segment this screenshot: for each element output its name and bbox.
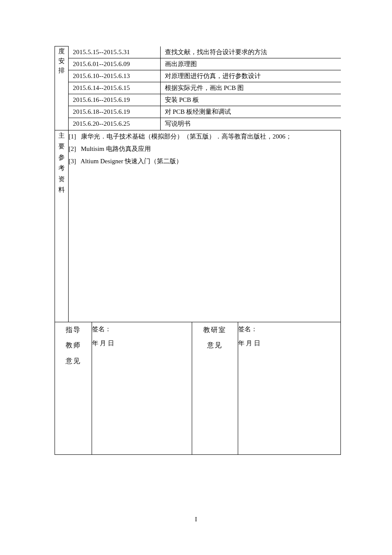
page-number: I bbox=[0, 516, 392, 523]
schedule-task: 安装 PCB 板 bbox=[160, 94, 341, 106]
schedule-date: 2015.6.01--2015.6.09 bbox=[69, 58, 160, 70]
references-side-label-text: 主要参考资料 bbox=[55, 130, 68, 196]
advisor-date-label: 年 月 日 bbox=[92, 336, 192, 350]
advisor-signature-label: 签名： bbox=[92, 322, 192, 336]
table-row: 2015.6.20--2015.6.25写说明书 bbox=[69, 118, 341, 130]
references-body: [1] 康华光．电子技术基础（模拟部分）（第五版）．高等教育出版社，2006；[… bbox=[69, 130, 340, 168]
schedule-date: 2015.5.15--2015.5.31 bbox=[69, 46, 160, 58]
schedule-date: 2015.6.14--2015.6.15 bbox=[69, 82, 160, 94]
table-row: 2015.6.14--2015.6.15根据实际元件，画出 PCB 图 bbox=[69, 82, 341, 94]
schedule-task: 画出原理图 bbox=[160, 58, 341, 70]
table-row: 2015.6.10--2015.6.13对原理图进行仿真，进行参数设计 bbox=[69, 70, 341, 82]
advisor-signature-cell: 签名： 年 月 日 bbox=[92, 322, 192, 454]
schedule-side-label-text: 度安排 bbox=[55, 46, 68, 75]
schedule-date: 2015.6.10--2015.6.13 bbox=[69, 70, 160, 82]
table-row: 2015.6.01--2015.6.09画出原理图 bbox=[69, 58, 341, 70]
dept-signature-cell: 签名： 年 月 日 bbox=[238, 322, 340, 454]
references-side-label: 主要参考资料 bbox=[55, 130, 69, 322]
reference-entry: [2] Multisim 电路仿真及应用 bbox=[69, 143, 340, 155]
advisor-label-line1: 指导 bbox=[55, 322, 92, 338]
advisor-label-line2: 教师 bbox=[55, 338, 92, 353]
schedule-task: 根据实际元件，画出 PCB 图 bbox=[160, 82, 341, 94]
schedule-table: 2015.5.15--2015.5.31查找文献，找出符合设计要求的方法2015… bbox=[69, 46, 341, 130]
dept-label-line2: 意见 bbox=[192, 338, 238, 353]
advisor-opinion-label: 指导 教师 意见 bbox=[55, 322, 92, 454]
schedule-date: 2015.6.18--2015.6.19 bbox=[69, 106, 160, 118]
schedule-date: 2015.6.16--2015.6.19 bbox=[69, 94, 160, 106]
schedule-date: 2015.6.20--2015.6.25 bbox=[69, 118, 160, 130]
schedule-task: 对原理图进行仿真，进行参数设计 bbox=[160, 70, 341, 82]
table-row: 2015.6.16--2015.6.19安装 PCB 板 bbox=[69, 94, 341, 106]
dept-label-line1: 教研室 bbox=[192, 322, 238, 338]
schedule-rows: 2015.5.15--2015.5.31查找文献，找出符合设计要求的方法2015… bbox=[69, 46, 341, 130]
reference-entry: [3] Altium Designer 快速入门（第二版） bbox=[69, 155, 340, 168]
advisor-label-line3: 意见 bbox=[55, 353, 92, 369]
schedule-task: 查找文献，找出符合设计要求的方法 bbox=[160, 46, 341, 58]
dept-opinion-label: 教研室 意见 bbox=[192, 322, 238, 454]
schedule-side-label: 度安排 bbox=[55, 46, 69, 130]
reference-entry: [1] 康华光．电子技术基础（模拟部分）（第五版）．高等教育出版社，2006； bbox=[69, 130, 340, 143]
document-table: 度安排 2015.5.15--2015.5.31查找文献，找出符合设计要求的方法… bbox=[55, 46, 341, 455]
dept-date-label: 年 月 日 bbox=[238, 336, 341, 350]
table-row: 2015.6.18--2015.6.19对 PCB 板经测量和调试 bbox=[69, 106, 341, 118]
schedule-task: 写说明书 bbox=[160, 118, 341, 130]
table-row: 2015.5.15--2015.5.31查找文献，找出符合设计要求的方法 bbox=[69, 46, 341, 58]
schedule-task: 对 PCB 板经测量和调试 bbox=[160, 106, 341, 118]
dept-signature-label: 签名： bbox=[238, 322, 341, 336]
references-cell: [1] 康华光．电子技术基础（模拟部分）（第五版）．高等教育出版社，2006；[… bbox=[69, 130, 341, 322]
